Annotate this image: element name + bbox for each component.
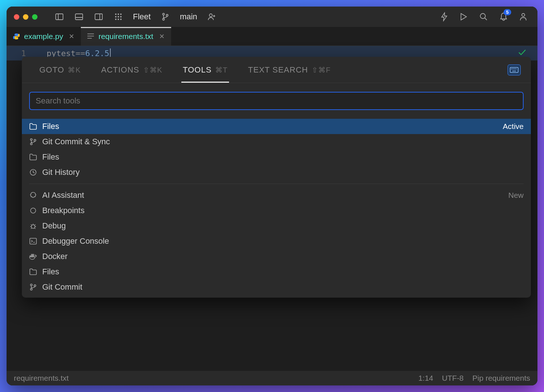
tools-list: Files Active Git Commit & Sync Files Git…: [22, 119, 531, 298]
tool-debugger-console[interactable]: Debugger Console: [22, 234, 531, 249]
app-window: Fleet main 5: [7, 7, 537, 385]
palette-tab-actions[interactable]: ACTIONS ⇧⌘K: [91, 57, 173, 83]
svg-point-10: [118, 16, 119, 17]
status-position[interactable]: 1:14: [418, 374, 433, 383]
tool-label: Files: [42, 152, 59, 162]
svg-rect-0: [56, 14, 63, 20]
command-palette: GOTO ⌘K ACTIONS ⇧⌘K TOOLS ⌘T TEXT SEARCH…: [22, 57, 531, 298]
apps-grid-icon[interactable]: [114, 12, 123, 21]
svg-rect-44: [33, 254, 34, 255]
keyboard-icon[interactable]: [508, 64, 521, 75]
tool-files-2[interactable]: Files: [22, 149, 531, 165]
svg-point-12: [115, 19, 117, 20]
tool-files-3[interactable]: Files: [22, 264, 531, 279]
svg-point-13: [118, 19, 119, 20]
titlebar: Fleet main 5: [7, 7, 537, 27]
svg-point-35: [34, 140, 36, 141]
status-filetype[interactable]: Pip requirements: [472, 374, 530, 383]
tool-label: Git History: [42, 168, 80, 177]
ptab-shortcut: ⇧⌘F: [312, 66, 331, 74]
svg-point-23: [522, 13, 525, 16]
tool-docker[interactable]: Docker: [22, 249, 531, 264]
tool-label: Git Commit & Sync: [42, 137, 110, 146]
branch-name[interactable]: main: [180, 12, 197, 21]
notifications-icon[interactable]: 5: [500, 12, 508, 21]
search-icon[interactable]: [479, 12, 488, 21]
tab-label: requirements.txt: [98, 32, 153, 41]
tool-ai-assistant[interactable]: AI Assistant New: [22, 188, 531, 203]
close-window-button[interactable]: [14, 14, 19, 20]
debug-icon: [29, 222, 37, 230]
svg-rect-2: [75, 14, 83, 20]
svg-point-37: [31, 208, 36, 213]
tool-debug[interactable]: Debug: [22, 218, 531, 234]
code-token: 6.2.5: [85, 49, 109, 58]
palette-tab-tools[interactable]: TOOLS ⌘T: [173, 57, 238, 83]
status-encoding[interactable]: UTF-8: [442, 374, 464, 383]
tool-git-commit-sync[interactable]: Git Commit & Sync: [22, 134, 531, 149]
palette-tabs: GOTO ⌘K ACTIONS ⇧⌘K TOOLS ⌘T TEXT SEARCH…: [22, 57, 531, 83]
status-ok-icon[interactable]: [518, 49, 527, 56]
tool-label: Breakpoints: [42, 206, 84, 215]
panel-left-icon[interactable]: [55, 12, 64, 21]
tool-label: Files: [42, 122, 59, 131]
branch-icon[interactable]: [161, 12, 170, 21]
palette-tab-text-search[interactable]: TEXT SEARCH ⇧⌘F: [238, 57, 341, 83]
svg-point-9: [115, 16, 117, 17]
ptab-label: TOOLS: [183, 65, 212, 75]
tool-badge: Active: [503, 122, 524, 131]
maximize-window-button[interactable]: [32, 14, 38, 20]
editor-area: 1 pytest==6.2.5 GOTO ⌘K ACTIONS ⇧⌘K TOOL…: [7, 46, 537, 371]
search-wrap: [22, 83, 531, 119]
docker-icon: [29, 253, 37, 260]
statusbar: requirements.txt 1:14 UTF-8 Pip requirem…: [7, 371, 537, 385]
add-user-icon[interactable]: [208, 12, 216, 21]
svg-rect-4: [95, 14, 102, 20]
svg-point-6: [115, 13, 117, 15]
tool-files[interactable]: Files Active: [22, 119, 531, 134]
ptab-label: TEXT SEARCH: [248, 65, 308, 75]
tool-breakpoints[interactable]: Breakpoints: [22, 203, 531, 218]
branch-icon: [29, 138, 37, 145]
divider: [29, 184, 524, 184]
code-token: pytest: [47, 49, 75, 58]
svg-point-31: [516, 68, 516, 69]
svg-point-16: [162, 19, 164, 20]
close-icon[interactable]: ✕: [69, 32, 74, 40]
svg-point-33: [31, 139, 32, 141]
tool-label: Files: [42, 267, 59, 277]
lightning-icon[interactable]: [441, 12, 448, 21]
tab-requirements-txt[interactable]: requirements.txt ✕: [81, 27, 171, 46]
svg-point-17: [166, 15, 168, 16]
app-name[interactable]: Fleet: [133, 12, 151, 21]
folder-icon: [29, 154, 37, 160]
svg-rect-43: [31, 254, 32, 255]
palette-tab-goto[interactable]: GOTO ⌘K: [29, 57, 91, 83]
svg-point-11: [120, 16, 122, 17]
svg-point-30: [515, 68, 515, 69]
tool-badge: New: [508, 191, 524, 200]
svg-point-38: [31, 225, 35, 228]
svg-point-14: [120, 19, 122, 20]
panel-right-icon[interactable]: [94, 12, 103, 21]
svg-point-29: [513, 68, 513, 69]
svg-point-18: [209, 14, 212, 17]
run-icon[interactable]: [460, 12, 468, 21]
tab-label: example.py: [24, 32, 63, 41]
close-icon[interactable]: ✕: [159, 32, 165, 40]
tool-git-history[interactable]: Git History: [22, 165, 531, 180]
tool-label: Debug: [42, 221, 66, 231]
lines-icon: [87, 33, 94, 40]
panel-bottom-icon[interactable]: [75, 12, 83, 21]
tool-git-commit[interactable]: Git Commit: [22, 279, 531, 295]
search-tools-input[interactable]: [29, 92, 524, 110]
status-filename[interactable]: requirements.txt: [14, 374, 69, 383]
svg-point-15: [162, 13, 164, 15]
folder-icon: [29, 268, 37, 275]
traffic-lights: [14, 14, 38, 20]
ptab-label: ACTIONS: [101, 65, 139, 75]
user-icon[interactable]: [519, 12, 527, 21]
tab-example-py[interactable]: example.py ✕: [7, 27, 81, 46]
notification-badge: 5: [504, 9, 511, 15]
minimize-window-button[interactable]: [23, 14, 28, 20]
